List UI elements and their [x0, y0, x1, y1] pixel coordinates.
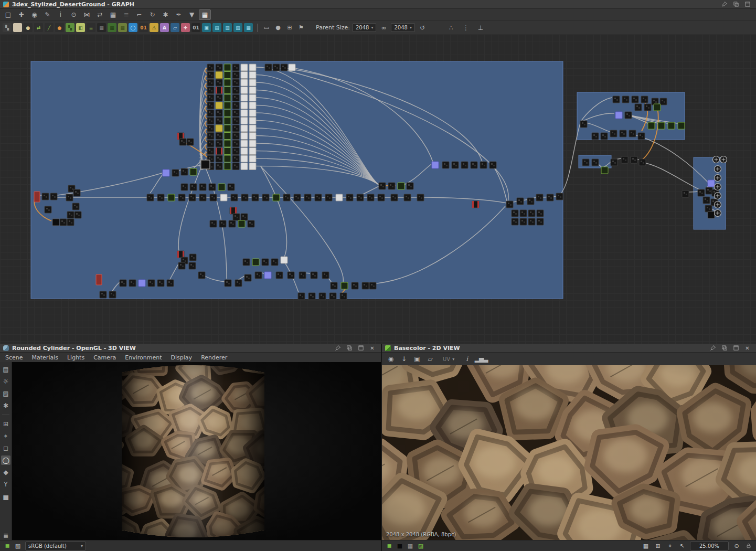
- float-icon[interactable]: [346, 345, 353, 352]
- graph-node[interactable]: [276, 272, 283, 279]
- revert-size-icon[interactable]: ↺: [418, 23, 427, 33]
- graph-node[interactable]: [601, 133, 608, 140]
- layers-icon[interactable]: ≣: [3, 542, 12, 550]
- graph-node[interactable]: [216, 148, 222, 155]
- graph-node[interactable]: [178, 262, 185, 269]
- output-node[interactable]: [715, 175, 721, 182]
- graph-node[interactable]: [157, 280, 164, 287]
- frame-tool-icon[interactable]: ⊞: [285, 23, 294, 33]
- graph-node[interactable]: [220, 194, 227, 201]
- pin-icon[interactable]: [721, 1, 728, 8]
- graph-node[interactable]: [442, 162, 449, 168]
- frame-icon-1[interactable]: ▣: [202, 23, 211, 32]
- graph-node[interactable]: [678, 122, 685, 129]
- pixel-grid-icon[interactable]: ⊞: [654, 542, 662, 550]
- graph-node[interactable]: [232, 87, 239, 94]
- graph-node[interactable]: [207, 79, 214, 86]
- tile-gray-icon[interactable]: ▦: [97, 23, 106, 32]
- menu-environment[interactable]: Environment: [125, 354, 162, 361]
- zoom-reset-icon[interactable]: ⊙: [732, 542, 741, 550]
- graph-node[interactable]: [629, 130, 636, 137]
- graph-node[interactable]: [362, 282, 369, 289]
- graph-node[interactable]: [207, 110, 214, 116]
- graph-node[interactable]: [308, 293, 315, 300]
- graph-node[interactable]: [341, 282, 348, 289]
- copy-image-icon[interactable]: ▣: [412, 354, 422, 364]
- image-thumb-icon[interactable]: ▨: [417, 542, 425, 550]
- graph-node[interactable]: [168, 194, 175, 201]
- graph-node[interactable]: [129, 280, 136, 287]
- graph-node[interactable]: [271, 259, 278, 266]
- graph-node[interactable]: [378, 194, 385, 201]
- pin-note-icon[interactable]: ⚑: [296, 23, 306, 33]
- graph-node[interactable]: [163, 169, 169, 176]
- graph-node[interactable]: [520, 210, 527, 217]
- graph-node[interactable]: [621, 156, 628, 163]
- graph-node[interactable]: [224, 64, 231, 71]
- graph-node[interactable]: [537, 218, 544, 225]
- graph-node[interactable]: [232, 64, 239, 71]
- graph-node[interactable]: [319, 293, 326, 300]
- graph-node[interactable]: [241, 155, 248, 162]
- graph-node[interactable]: [207, 87, 214, 94]
- graph-node[interactable]: [249, 155, 256, 162]
- graph-node[interactable]: [232, 102, 239, 109]
- graph-node[interactable]: [648, 122, 655, 129]
- reload-icon[interactable]: ↻: [146, 9, 158, 20]
- graph-node[interactable]: [682, 190, 689, 197]
- graph-node[interactable]: [241, 72, 248, 79]
- graph-node[interactable]: [241, 194, 248, 201]
- close-icon[interactable]: ✕: [744, 345, 751, 352]
- graph-node[interactable]: [210, 194, 217, 201]
- graph-node[interactable]: [148, 280, 155, 287]
- graph-node[interactable]: [489, 162, 496, 168]
- graph-node[interactable]: [248, 220, 254, 227]
- graph-node[interactable]: [708, 211, 715, 218]
- graph-node[interactable]: [249, 163, 256, 170]
- graph-node[interactable]: [179, 139, 186, 145]
- parent-height-select[interactable]: 2048▾: [391, 23, 414, 32]
- graph-node[interactable]: [216, 87, 222, 94]
- graph-node[interactable]: [336, 194, 343, 201]
- graph-node[interactable]: [190, 184, 197, 190]
- material-swatch-icon[interactable]: ▧: [14, 542, 22, 550]
- output-node[interactable]: [715, 202, 721, 208]
- graph-node[interactable]: [241, 148, 248, 155]
- maximize-icon[interactable]: [744, 1, 751, 8]
- unlink-nodes-icon[interactable]: ⇄: [94, 9, 106, 20]
- graph-node[interactable]: [703, 197, 710, 204]
- graph-node[interactable]: [398, 183, 404, 189]
- zoom-tool-icon[interactable]: ⊙: [68, 9, 80, 20]
- graph-node[interactable]: [625, 112, 632, 119]
- graph-node[interactable]: [249, 118, 256, 124]
- graph-node[interactable]: [207, 125, 214, 132]
- graph-node[interactable]: [262, 259, 269, 266]
- graph-node[interactable]: [235, 280, 242, 287]
- graph-node[interactable]: [241, 140, 248, 147]
- ink-icon[interactable]: ✒: [173, 9, 185, 20]
- graph-node[interactable]: [232, 72, 239, 79]
- graph-node[interactable]: [517, 198, 524, 205]
- graph-node[interactable]: [207, 133, 214, 140]
- graph-node[interactable]: [216, 155, 222, 162]
- wire-corner-icon[interactable]: ⌐: [133, 9, 145, 20]
- tile-green-icon[interactable]: ▦: [108, 23, 116, 32]
- black-swatch-icon[interactable]: ■: [396, 542, 404, 550]
- tools-icon[interactable]: ✱: [159, 9, 172, 20]
- graph-node[interactable]: [249, 64, 256, 71]
- split-icon[interactable]: ◧: [76, 23, 85, 32]
- graph-node[interactable]: [224, 102, 231, 109]
- graph-node[interactable]: [698, 189, 705, 196]
- graph-node[interactable]: [224, 155, 231, 162]
- graph-node[interactable]: [224, 110, 231, 116]
- graph-node[interactable]: [615, 112, 622, 119]
- graph-node[interactable]: [216, 125, 222, 132]
- menu-materials[interactable]: Materials: [32, 354, 58, 361]
- colorspace-select[interactable]: sRGB (default)▾: [25, 542, 86, 550]
- view3d-viewport[interactable]: [12, 362, 381, 541]
- save-image-icon[interactable]: ↓: [399, 354, 409, 364]
- graph-node[interactable]: [109, 291, 116, 298]
- output-node[interactable]: [715, 166, 721, 173]
- graph-node[interactable]: [298, 293, 305, 300]
- graph-node[interactable]: [229, 220, 236, 227]
